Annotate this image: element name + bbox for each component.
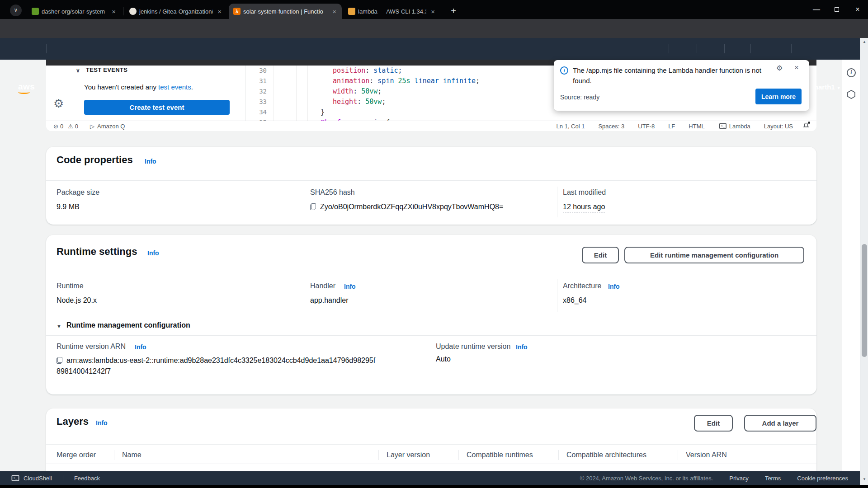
tab-close-icon[interactable]: × xyxy=(110,8,118,15)
keyboard-layout[interactable]: Layout: US xyxy=(764,123,793,130)
handler-value: app.handler xyxy=(310,296,349,305)
collapse-chevron-icon[interactable]: ∨ xyxy=(76,67,80,74)
encoding[interactable]: UTF-8 xyxy=(638,123,655,130)
tab-separator xyxy=(123,7,123,15)
new-tab-button[interactable]: + xyxy=(448,5,459,17)
tab-search-button[interactable]: ∨ xyxy=(10,5,22,16)
scroll-down-icon[interactable]: ▼ xyxy=(860,477,868,481)
col-header-merge-order[interactable]: Merge order xyxy=(57,451,96,459)
page-scrollbar[interactable]: ▲ ▼ xyxy=(860,38,868,485)
browser-tab-gitea[interactable]: dasher-org/solar-system - sola × xyxy=(27,4,121,19)
section-title: Layers xyxy=(57,416,89,427)
column-divider xyxy=(557,187,557,217)
browser-tab-lambda-console[interactable]: λ solar-system-function | Functio × xyxy=(229,4,342,19)
col-header-compatible-architectures[interactable]: Compatible architectures xyxy=(566,451,646,459)
window-minimize-button[interactable]: — xyxy=(811,5,821,14)
sha256-label: SHA256 hash xyxy=(310,188,355,197)
edit-runtime-management-button[interactable]: Edit runtime management configuration xyxy=(624,247,804,263)
column-divider xyxy=(558,450,559,460)
info-link[interactable]: Info xyxy=(96,419,108,427)
lambda-status[interactable]: Lambda xyxy=(729,123,750,130)
screen: ∨ dasher-org/solar-system - sola × jenki… xyxy=(0,0,868,488)
scroll-up-icon[interactable]: ▲ xyxy=(860,40,868,44)
info-link[interactable]: Info xyxy=(147,249,159,257)
errors-count: 0 xyxy=(60,123,63,130)
tab-close-icon[interactable]: × xyxy=(429,8,437,15)
window-restore-button[interactable] xyxy=(832,5,842,14)
info-link[interactable]: Info xyxy=(135,343,146,351)
eol[interactable]: LF xyxy=(668,123,675,130)
handler-notification-popover: i The /app.mjs file containing the Lambd… xyxy=(554,60,809,111)
editor-settings-gear-icon[interactable]: ⚙ xyxy=(53,98,64,109)
screen-edge xyxy=(0,485,868,488)
copy-icon[interactable] xyxy=(310,203,316,210)
browser-tab-aws-docs[interactable]: lambda — AWS CLI 1.34.31 Con × xyxy=(344,4,440,19)
aws-logo[interactable]: aws xyxy=(18,82,35,94)
amazon-q-panel-icon[interactable] xyxy=(846,89,856,101)
edit-layers-button[interactable]: Edit xyxy=(694,415,733,432)
terminal-icon: >_ xyxy=(719,123,726,129)
errors-icon[interactable]: ⊘ xyxy=(53,123,58,130)
section-title: Code properties xyxy=(57,154,133,166)
info-link[interactable]: Info xyxy=(145,158,156,165)
footer-terms[interactable]: Terms xyxy=(765,475,781,482)
aws-console-header: aws Services [Alt+S] >_ ? ⚙ Ohio ▼ siddh… xyxy=(0,38,860,60)
runtime-management-config-header[interactable]: Runtime management configuration xyxy=(66,321,190,329)
language-mode[interactable]: HTML xyxy=(689,123,704,130)
section-divider xyxy=(46,335,816,336)
window-close-button[interactable]: × xyxy=(853,5,863,14)
indentation[interactable]: Spaces: 3 xyxy=(598,123,624,130)
status-bell-icon[interactable] xyxy=(803,122,809,130)
header-divider xyxy=(724,44,725,53)
code-properties-section: Code properties Info Package size 9.9 MB… xyxy=(46,147,816,225)
column-divider xyxy=(304,279,304,312)
expander-triangle-icon[interactable]: ▼ xyxy=(57,324,61,329)
notification-close-icon[interactable]: × xyxy=(794,63,799,72)
tab-title: jenkins / Gitea-Organization/so xyxy=(139,8,213,15)
learn-more-button[interactable]: Learn more xyxy=(755,89,802,104)
col-header-compatible-runtimes[interactable]: Compatible runtimes xyxy=(467,451,533,459)
browser-tab-jenkins[interactable]: jenkins / Gitea-Organization/so × xyxy=(125,4,227,19)
runtime-settings-section: Runtime settings Info Edit Edit runtime … xyxy=(46,235,816,394)
architecture-value: x86_64 xyxy=(563,296,587,305)
cloudshell-icon[interactable]: >_ xyxy=(11,474,20,482)
amazon-q-status[interactable]: Amazon Q xyxy=(97,123,125,130)
column-divider xyxy=(378,450,379,460)
package-size-label: Package size xyxy=(57,188,99,197)
code-line: 35@keyframes spin { xyxy=(245,117,816,121)
runtime-version-arn-label: Runtime version ARN xyxy=(57,343,126,351)
edit-runtime-button[interactable]: Edit xyxy=(582,247,619,263)
header-divider xyxy=(697,44,697,53)
warnings-icon[interactable]: ⚠ xyxy=(68,123,73,130)
last-modified-value[interactable]: 12 hours ago xyxy=(563,203,605,212)
section-divider xyxy=(46,444,816,445)
info-link[interactable]: Info xyxy=(516,343,528,351)
update-runtime-version-value: Auto xyxy=(436,355,451,363)
info-link[interactable]: Info xyxy=(608,283,620,290)
footer-cookie-preferences[interactable]: Cookie preferences xyxy=(797,475,848,482)
console-footer: >_ CloudShell Feedback © 2024, Amazon We… xyxy=(0,471,860,485)
notification-settings-gear-icon[interactable]: ⚙ xyxy=(776,64,783,72)
scrollbar-thumb[interactable] xyxy=(862,244,867,357)
header-divider xyxy=(791,44,792,53)
header-divider xyxy=(750,44,751,53)
col-header-layer-version[interactable]: Layer version xyxy=(387,451,430,459)
test-events-link[interactable]: test events xyxy=(158,83,191,91)
add-layer-button[interactable]: Add a layer xyxy=(744,415,816,432)
run-icon[interactable]: ▷ xyxy=(90,123,94,130)
test-events-header[interactable]: TEST EVENTS xyxy=(86,66,127,73)
layers-section: Layers Info Edit Add a layer Merge order… xyxy=(46,408,816,476)
info-panel-icon[interactable]: i xyxy=(847,68,856,77)
footer-privacy[interactable]: Privacy xyxy=(729,475,749,482)
create-test-event-button[interactable]: Create test event xyxy=(84,100,230,115)
copy-icon[interactable] xyxy=(57,357,62,364)
footer-feedback[interactable]: Feedback xyxy=(74,475,100,482)
col-header-version-arn[interactable]: Version ARN xyxy=(686,451,727,459)
cursor-position[interactable]: Ln 1, Col 1 xyxy=(557,123,585,130)
chevron-down-icon: ▼ xyxy=(837,86,841,90)
info-link[interactable]: Info xyxy=(344,283,356,290)
footer-cloudshell[interactable]: CloudShell xyxy=(24,475,52,482)
tab-close-icon[interactable]: × xyxy=(330,8,338,15)
tab-close-icon[interactable]: × xyxy=(216,8,223,15)
col-header-name[interactable]: Name xyxy=(122,451,142,459)
